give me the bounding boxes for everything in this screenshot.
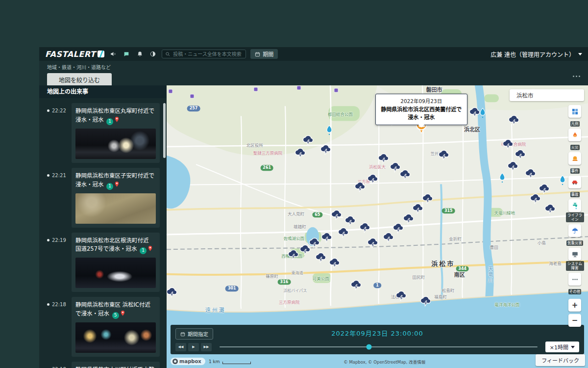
storm-marker[interactable]: [392, 221, 404, 237]
storm-marker[interactable]: [508, 113, 519, 129]
storm-marker[interactable]: [525, 167, 536, 182]
incident-photo: [75, 129, 156, 159]
layers-icon[interactable]: [568, 105, 581, 118]
event-item: 22:18静岡県袋井市小川町付近で水難事故 2: [47, 362, 167, 368]
incident-photo: [75, 258, 156, 288]
event-card[interactable]: 静岡県浜松市北区根洗町付近 国道257号で浸水・冠水 1: [72, 233, 160, 292]
scale-label: 1 km: [209, 359, 220, 364]
crash-icon[interactable]: [568, 176, 581, 188]
timeline-knob[interactable]: [366, 344, 371, 350]
count-badge: 1: [106, 183, 113, 190]
speed-select[interactable]: ×1時間: [545, 342, 579, 352]
storm-marker[interactable]: [167, 286, 177, 301]
transit-icon: [254, 85, 258, 94]
storm-marker[interactable]: [395, 289, 407, 304]
event-time: 22:21: [52, 173, 66, 178]
storm-marker[interactable]: [338, 226, 349, 241]
storm-marker[interactable]: [354, 180, 365, 195]
incident-popup[interactable]: 2022年09月23日 静岡県浜松市浜北区西美薗付近で浸水・冠水: [375, 94, 467, 125]
storm-marker[interactable]: [420, 294, 431, 310]
event-item: 22:19静岡県浜松市北区根洗町付近 国道257号で浸水・冠水 1: [47, 233, 167, 292]
storm-marker[interactable]: [330, 208, 342, 223]
location-pin-icon: [147, 245, 153, 252]
event-card[interactable]: 静岡県袋井市小川町付近で水難事故 2: [72, 362, 160, 368]
event-time: 22:22: [52, 108, 66, 113]
storm-marker[interactable]: [294, 146, 305, 161]
event-time-cell: 22:22: [47, 103, 72, 163]
timeline-dot: [47, 174, 49, 177]
more-options-button[interactable]: [573, 76, 580, 77]
popup-date: 2022年09月23日: [380, 97, 463, 105]
storm-marker[interactable]: [359, 221, 370, 236]
event-title: 静岡県袋井市小川町付近で水難事故 2: [75, 366, 156, 368]
event-time-cell: 22:21: [47, 168, 72, 228]
storm-marker[interactable]: [329, 256, 340, 271]
lifeline-icon[interactable]: [568, 199, 581, 212]
storm-marker[interactable]: [315, 251, 326, 266]
zoom-in-button[interactable]: +: [568, 299, 581, 312]
fire-icon[interactable]: [568, 129, 581, 141]
time-range-button[interactable]: 期間指定: [175, 328, 213, 340]
storm-marker[interactable]: [412, 202, 423, 217]
search-icon: [165, 52, 171, 57]
event-time-cell: 22:18: [47, 362, 72, 368]
storm-marker[interactable]: [544, 202, 555, 217]
map-attribution: © Mapbox, © OpenStreetMap, 改善情報: [343, 359, 425, 365]
weather-icon[interactable]: [568, 224, 581, 237]
feedback-button[interactable]: フィードバック: [536, 354, 585, 366]
event-card[interactable]: 静岡県浜松市東区子安町付近で浸水・冠水 1: [72, 168, 160, 228]
play-button[interactable]: ▶: [188, 343, 199, 351]
storm-marker[interactable]: [507, 159, 518, 175]
mapbox-logo[interactable]: mapbox: [171, 358, 205, 365]
legend-label: システム障害: [566, 261, 584, 271]
filter-bar: 地域・鉄道・河川・道路など 地図を絞り込む: [39, 61, 588, 85]
scrollbar-thumb[interactable]: [163, 103, 166, 158]
storm-marker[interactable]: [378, 152, 389, 167]
bell-icon[interactable]: [135, 50, 144, 58]
map-search-input[interactable]: [516, 92, 588, 99]
chat-icon[interactable]: [122, 50, 131, 58]
event-card[interactable]: 静岡県浜松市東区丸塚町付近で浸水・冠水 1: [72, 103, 160, 163]
storm-marker[interactable]: [320, 231, 332, 246]
storm-marker[interactable]: [299, 243, 311, 258]
water-marker[interactable]: [498, 172, 507, 185]
water-marker[interactable]: [325, 125, 333, 137]
storm-marker[interactable]: [529, 192, 540, 207]
calendar-icon: [180, 332, 185, 337]
period-button-label: 期間: [263, 50, 273, 58]
event-title: 静岡県浜松市東区子安町付近で浸水・冠水 1: [75, 172, 156, 190]
calendar-icon: [255, 52, 260, 57]
event-title: 静岡県浜松市北区根洗町付近 国道257号で浸水・冠水 1: [75, 237, 156, 255]
contrast-icon[interactable]: [148, 50, 157, 58]
event-card[interactable]: 静岡県浜松市東区 浜松IC付近で浸水・冠水 5: [72, 297, 160, 357]
storm-marker[interactable]: [399, 168, 410, 183]
transit-icon: [334, 85, 338, 94]
search-input[interactable]: [173, 52, 243, 57]
storm-marker[interactable]: [320, 143, 331, 158]
fast-forward-button[interactable]: ▶▶: [201, 343, 212, 351]
legend-item-siren: 事件: [566, 152, 584, 174]
zoom-out-button[interactable]: −: [568, 314, 581, 327]
other-icon[interactable]: [568, 273, 581, 286]
storm-marker[interactable]: [350, 278, 362, 293]
map-filter-button[interactable]: 地図を絞り込む: [47, 73, 112, 86]
fastalert-logo[interactable]: FASTALERT: [45, 50, 104, 59]
volume-icon[interactable]: [109, 50, 118, 58]
storm-marker[interactable]: [422, 192, 433, 207]
period-button[interactable]: 期間: [250, 49, 278, 59]
storm-marker[interactable]: [502, 137, 513, 153]
storm-marker[interactable]: [288, 248, 299, 263]
rewind-button[interactable]: ◀◀: [175, 343, 186, 351]
storm-marker[interactable]: [367, 236, 378, 251]
legend-item-other: その他: [566, 273, 584, 295]
map-area[interactable]: 257152261315316344301165 磐田市浜北区浜松市南区天竜川遠…: [167, 85, 588, 368]
filter-hint: 地域・鉄道・河川・道路など: [47, 63, 580, 71]
account-menu[interactable]: 広兼 達也（管理用アカウント）: [490, 50, 582, 58]
siren-icon[interactable]: [568, 152, 581, 165]
water-marker[interactable]: [479, 107, 487, 120]
events-sidebar: 地図上の出来事 22:22静岡県浜松市東区丸塚町付近で浸水・冠水 122:21静…: [39, 85, 167, 368]
system-icon[interactable]: [568, 248, 581, 261]
timeline-track[interactable]: [220, 346, 538, 347]
storm-marker[interactable]: [438, 148, 449, 163]
storm-marker[interactable]: [367, 172, 378, 187]
